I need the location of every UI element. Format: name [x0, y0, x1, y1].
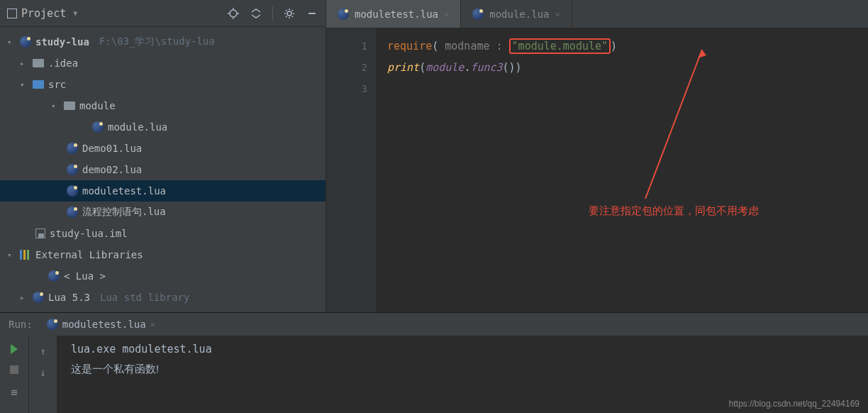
- run-controls-left: ≡: [0, 336, 28, 413]
- folder-icon: [33, 80, 44, 89]
- close-icon[interactable]: ✕: [150, 319, 155, 329]
- gear-icon[interactable]: [283, 7, 296, 20]
- code-line-2: print(module.func3()): [387, 57, 857, 78]
- tree-file-iml[interactable]: study-lua.iml: [0, 223, 326, 244]
- lua-file-icon: [338, 9, 349, 20]
- stop-icon[interactable]: [10, 365, 18, 374]
- lua-file-icon: [67, 143, 78, 154]
- chevron-right-icon: ▸: [20, 59, 28, 68]
- editor-body[interactable]: 1 2 3 require( modname : "module.module"…: [326, 28, 868, 312]
- svg-point-5: [287, 11, 291, 16]
- chevron-down-icon: ▾: [7, 250, 16, 260]
- tree-file-moduletest[interactable]: moduletest.lua: [0, 180, 326, 202]
- run-label: Run:: [9, 319, 33, 330]
- collapse-icon[interactable]: [250, 7, 262, 20]
- run-tab[interactable]: moduletest.lua ✕: [40, 316, 162, 333]
- tree-file-flowcontrol[interactable]: 流程控制语句.lua: [0, 202, 326, 223]
- hide-icon[interactable]: [306, 7, 318, 20]
- project-title: Project: [21, 7, 66, 20]
- chevron-down-icon: ▾: [7, 38, 16, 47]
- run-panel: Run: moduletest.lua ✕ ≡ ↑ ↓ lua.exe modu…: [0, 312, 868, 413]
- annotation-text: 要注意指定包的位置，同包不用考虑: [589, 204, 759, 218]
- library-icon: [20, 250, 31, 260]
- close-icon[interactable]: ✕: [555, 9, 560, 19]
- console-output-line: 这是一个私有函数!: [71, 363, 854, 382]
- tab-label: moduletest.lua: [355, 9, 438, 20]
- lua-file-icon: [67, 206, 78, 218]
- sidebar-header: Project ▼: [0, 0, 326, 27]
- tab-label: module.lua: [489, 9, 549, 20]
- code-line-1: require( modname : "module.module"): [387, 35, 857, 57]
- run-tab-label: moduletest.lua: [62, 319, 146, 330]
- line-number: 3: [326, 78, 367, 99]
- chevron-down-icon: ▼: [73, 9, 77, 17]
- project-selector[interactable]: Project ▼: [7, 7, 77, 20]
- folder-icon: [33, 59, 44, 67]
- console-command: lua.exe moduletest.lua: [71, 343, 854, 363]
- lua-icon: [48, 270, 60, 282]
- tab-moduletest[interactable]: moduletest.lua ✕: [326, 0, 461, 28]
- tree-lua53[interactable]: ▸ Lua 5.3 Lua std library: [0, 287, 326, 308]
- tree-folder-src[interactable]: ▾ src: [0, 74, 326, 95]
- line-gutter: 1 2 3: [326, 28, 376, 312]
- locate-icon[interactable]: [227, 7, 240, 20]
- lua-file-icon: [92, 121, 104, 133]
- lua-file-icon: [472, 9, 484, 20]
- project-sidebar: Project ▼ ▾: [0, 0, 326, 312]
- run-header: Run: moduletest.lua ✕: [0, 313, 868, 336]
- project-tree: ▾ study-lua F:\03_学习\study-lua ▸ .idea ▾…: [0, 27, 326, 312]
- tree-file-demo02[interactable]: demo02.lua: [0, 159, 326, 180]
- chevron-right-icon: ▸: [20, 293, 28, 302]
- chevron-down-icon: ▾: [51, 101, 60, 111]
- iml-icon: [35, 228, 45, 238]
- line-number: 1: [326, 35, 367, 57]
- lua-project-icon: [20, 36, 31, 48]
- chevron-down-icon: ▾: [20, 80, 28, 89]
- svg-point-0: [230, 10, 237, 17]
- root-label: study-lua: [35, 36, 89, 48]
- tree-folder-idea[interactable]: ▸ .idea: [0, 53, 326, 74]
- svg-rect-6: [308, 13, 316, 14]
- folder-icon: [64, 101, 75, 110]
- code-content[interactable]: require( modname : "module.module") prin…: [376, 28, 868, 312]
- highlight-module-string: "module.module": [509, 38, 611, 54]
- down-icon[interactable]: ↓: [40, 367, 45, 378]
- tree-root[interactable]: ▾ study-lua F:\03_学习\study-lua: [0, 31, 326, 53]
- tree-external-libs[interactable]: ▾ External Libraries: [0, 244, 326, 265]
- root-path: F:\03_学习\study-lua: [99, 35, 215, 48]
- tree-lua-lib[interactable]: < Lua >: [0, 265, 326, 287]
- play-icon[interactable]: [11, 344, 18, 354]
- watermark: https://blog.csdn.net/qq_22494169: [729, 399, 859, 409]
- tree-folder-module[interactable]: ▾ module: [0, 95, 326, 116]
- tree-file-demo01[interactable]: Demo01.lua: [0, 138, 326, 159]
- equals-icon[interactable]: ≡: [11, 385, 18, 399]
- lua-file-icon: [67, 185, 78, 197]
- close-icon[interactable]: ✕: [444, 9, 449, 19]
- lua-file-icon: [67, 164, 78, 175]
- editor-tabs: moduletest.lua ✕ module.lua ✕: [326, 0, 868, 28]
- tab-module[interactable]: module.lua ✕: [461, 0, 572, 28]
- tree-file-module[interactable]: module.lua: [0, 116, 326, 138]
- run-controls-right: ↑ ↓: [28, 336, 57, 413]
- project-icon: [7, 9, 17, 18]
- divider: [272, 6, 273, 21]
- line-number: 2: [326, 57, 367, 78]
- up-icon[interactable]: ↑: [40, 346, 45, 357]
- editor-area: moduletest.lua ✕ module.lua ✕ 1 2 3 requ…: [326, 0, 868, 312]
- lua-icon: [33, 292, 44, 303]
- lua-file-icon: [47, 319, 58, 330]
